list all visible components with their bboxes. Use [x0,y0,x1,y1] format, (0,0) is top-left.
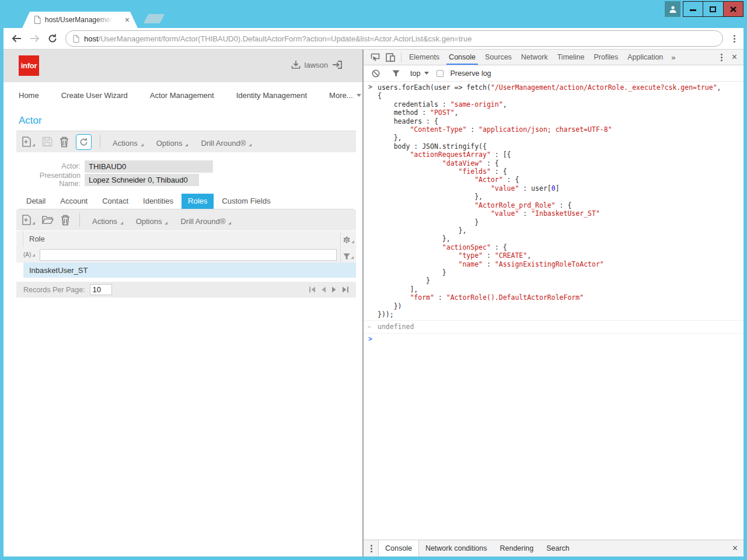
page-doc-icon [34,16,41,24]
tab-account[interactable]: Account [54,194,94,209]
minimize-button[interactable] [683,2,703,16]
code-text [378,243,442,251]
drawer-close-button[interactable]: × [727,543,743,554]
nav-item-home[interactable]: Home [19,91,39,100]
console-code-line: }) [378,302,743,310]
devtools-tab-console[interactable]: Console [444,50,480,65]
grid-filter-button[interactable] [340,247,356,262]
actor-toolbar: ActionsOptionsDrill Around® [16,131,356,152]
table-row[interactable]: InbasketUser_ST [23,262,356,278]
drawer-tab-console[interactable]: Console [378,540,419,556]
devtools-tab-timeline[interactable]: Timeline [553,50,589,65]
tab-identities[interactable]: Identities [137,194,180,209]
drawer-tab-rendering[interactable]: Rendering [493,540,540,556]
devtools-tab-sources[interactable]: Sources [480,50,516,65]
role-filter-input[interactable] [40,249,337,261]
new-tab-button[interactable] [144,14,165,23]
device-toolbar-button[interactable] [383,53,398,62]
reload-button[interactable] [48,34,57,43]
back-button[interactable] [12,34,22,43]
drawer-menu-button[interactable] [368,542,375,555]
open-button[interactable] [42,215,54,225]
next-page-button[interactable] [331,286,337,293]
tab-custom-fields[interactable]: Custom Fields [215,194,277,209]
clear-console-button[interactable] [369,69,383,78]
tab-close-icon[interactable]: × [125,16,130,24]
menu-options[interactable]: Options [150,136,195,148]
code-text: : [519,209,531,218]
nav-item-identity-management[interactable]: Identity Management [236,91,307,100]
drawer-tab-search[interactable]: Search [540,540,576,556]
code-text: , [717,83,721,92]
code-text [378,209,491,218]
last-page-button[interactable] [342,286,349,293]
console-input[interactable]: > [364,334,743,338]
devtools-close-button[interactable]: × [732,52,737,62]
filter-funnel-icon [392,70,400,77]
first-page-button[interactable] [309,286,316,293]
tab-contact[interactable]: Contact [96,194,135,209]
filter-operator-button[interactable]: (A) [23,251,35,258]
window-content: infor lawson HomeCreate User WizardActor… [4,50,743,556]
execution-context-selector[interactable]: top [409,69,430,78]
menu-drill-around[interactable]: Drill Around® [194,136,258,148]
app-pane: infor lawson HomeCreate User WizardActor… [4,50,362,556]
profile-button[interactable] [665,1,680,17]
refresh-button[interactable] [76,134,92,150]
devtools-tab-network[interactable]: Network [516,50,553,65]
new-role-button[interactable] [22,215,35,226]
nav-item-label: Identity Management [236,91,307,100]
save-button[interactable] [42,136,53,147]
sign-out-icon[interactable] [332,60,343,69]
preserve-log-checkbox[interactable] [437,70,444,77]
dropdown-corner-icon [249,144,252,146]
tab-detail[interactable]: Detail [20,194,52,209]
menu-actions[interactable]: Actions [86,214,130,226]
console-output[interactable]: >users.forEach(user => fetch("/UserManag… [364,82,743,540]
role-column-header[interactable]: Role [29,235,45,243]
dropdown-corner-icon [32,254,35,257]
close-button[interactable] [723,2,743,16]
menu-options[interactable]: Options [130,214,174,226]
devtools-tab-application[interactable]: Application [623,50,668,65]
browser-tab[interactable]: host/UserManagement/form × [22,12,138,28]
dropdown-corner-icon [228,222,231,225]
infor-logo[interactable]: infor [19,55,39,76]
menu-drill-around[interactable]: Drill Around® [174,214,238,226]
console-code-line: "Actor" : { [378,176,743,184]
code-text: : { [483,159,499,167]
nav-item-more[interactable]: More... [329,91,361,100]
console-filter-button[interactable] [389,70,403,77]
refresh-icon [79,138,88,146]
delete-role-button[interactable] [61,215,70,226]
drawer-tab-network-conditions[interactable]: Network conditions [419,540,494,556]
prev-page-button[interactable] [321,286,326,293]
devtools-tab-profiles[interactable]: Profiles [589,50,623,65]
address-bar[interactable]: host/UserManagement/form/Actor(THIBAUD0)… [65,30,723,47]
devtools-tab-elements[interactable]: Elements [404,50,444,65]
forward-button[interactable] [30,34,40,43]
devtools-menu-button[interactable] [718,51,725,64]
console-code-line: }, [378,226,743,235]
nav-item-actor-management[interactable]: Actor Management [150,91,214,100]
menu-label: Actions [92,217,117,226]
actor-field-value[interactable]: THIBAUD0 [85,160,213,173]
browser-menu-button[interactable] [731,33,738,45]
toolbar-separator [401,52,402,62]
nav-item-create-user-wizard[interactable]: Create User Wizard [61,91,128,100]
inspect-element-button[interactable] [368,53,383,62]
tabs-overflow-button[interactable]: » [668,53,679,62]
delete-button[interactable] [60,136,69,148]
tab-roles[interactable]: Roles [181,194,214,209]
menu-actions[interactable]: Actions [106,136,150,148]
code-text: }, [378,226,466,235]
download-icon[interactable] [291,60,301,69]
grid-settings-button[interactable] [340,231,356,247]
devtools-tabs: ElementsConsoleSourcesNetworkTimelinePro… [404,50,668,65]
console-code-line: "type" : "CREATE", [378,251,743,260]
records-per-page-input[interactable] [90,284,112,295]
new-record-button[interactable] [22,136,35,148]
maximize-button[interactable] [703,2,722,16]
code-text: , [503,100,507,108]
presentation-field-value[interactable]: Lopez Schneider 0, Thibaud0 [85,174,199,186]
